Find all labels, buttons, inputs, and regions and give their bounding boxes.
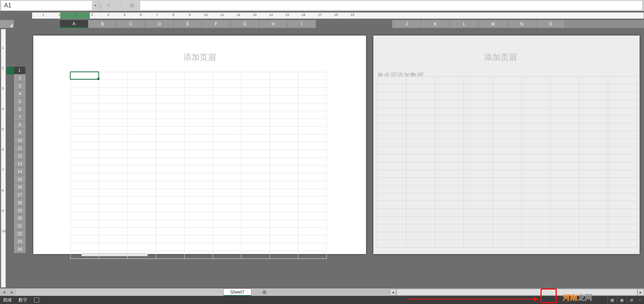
cell[interactable] [435, 232, 464, 240]
cell[interactable] [184, 158, 213, 166]
cell[interactable] [241, 96, 270, 103]
cell[interactable] [464, 240, 493, 248]
cell[interactable] [406, 201, 435, 209]
cell[interactable] [377, 193, 406, 201]
cell[interactable] [156, 88, 184, 96]
cell[interactable] [406, 186, 435, 193]
cell[interactable] [241, 150, 270, 158]
cell[interactable] [493, 154, 522, 162]
cell[interactable] [71, 80, 99, 88]
cell[interactable] [184, 228, 213, 235]
cell[interactable] [579, 100, 608, 108]
cell[interactable] [71, 166, 99, 173]
cell[interactable] [579, 162, 608, 170]
cell[interactable] [406, 154, 435, 162]
cell[interactable] [298, 127, 327, 134]
cell[interactable] [406, 224, 435, 232]
cell[interactable] [184, 142, 213, 150]
cell[interactable] [71, 189, 99, 197]
cell[interactable] [377, 201, 406, 209]
cell[interactable] [377, 131, 406, 139]
cell[interactable] [213, 166, 241, 173]
column-header-D[interactable]: D [145, 20, 174, 28]
cell[interactable] [550, 123, 579, 131]
cell[interactable] [128, 220, 156, 228]
cell[interactable] [270, 158, 298, 166]
cell[interactable] [464, 77, 493, 84]
cell[interactable] [522, 209, 550, 217]
horizontal-ruler[interactable]: 112345678910111213141516171819 [32, 12, 644, 19]
cell[interactable] [71, 103, 99, 111]
row-header-16[interactable]: 16 [14, 183, 26, 191]
cell[interactable] [435, 178, 464, 186]
cell[interactable] [435, 154, 464, 162]
cell[interactable] [156, 173, 184, 181]
cell[interactable] [464, 209, 493, 217]
cell[interactable] [579, 123, 608, 131]
cell[interactable] [213, 96, 241, 103]
name-box-dropdown-icon[interactable]: ▾ [92, 0, 99, 11]
cell[interactable] [579, 224, 608, 232]
cell[interactable] [156, 103, 184, 111]
cell[interactable] [522, 84, 550, 92]
cell[interactable] [377, 217, 406, 224]
cell[interactable] [608, 240, 637, 248]
cell[interactable] [298, 158, 327, 166]
cell[interactable] [579, 139, 608, 147]
cell[interactable] [435, 193, 464, 201]
cell[interactable] [493, 92, 522, 100]
cell[interactable] [377, 224, 406, 232]
cell[interactable] [71, 158, 99, 166]
cell[interactable] [213, 251, 241, 259]
cell[interactable] [128, 158, 156, 166]
cell[interactable] [213, 181, 241, 189]
cell[interactable] [128, 228, 156, 235]
cell[interactable] [71, 72, 99, 80]
cell[interactable] [128, 212, 156, 220]
cell[interactable] [493, 217, 522, 224]
cell[interactable] [128, 80, 156, 88]
cell[interactable] [156, 220, 184, 228]
cell[interactable] [213, 204, 241, 212]
cell[interactable] [406, 116, 435, 123]
cell[interactable] [241, 181, 270, 189]
cell[interactable] [184, 204, 213, 212]
cell[interactable] [298, 243, 327, 251]
cell[interactable] [406, 108, 435, 116]
cell[interactable] [377, 209, 406, 217]
cell[interactable] [213, 127, 241, 134]
cell[interactable] [377, 139, 406, 147]
cell[interactable] [156, 235, 184, 243]
cell[interactable] [156, 127, 184, 134]
cell[interactable] [493, 147, 522, 154]
column-header-J[interactable]: J [392, 20, 421, 28]
cell[interactable] [184, 251, 213, 259]
cell[interactable] [213, 189, 241, 197]
name-box[interactable]: A1 [1, 0, 92, 11]
cell[interactable] [579, 154, 608, 162]
cell[interactable] [464, 186, 493, 193]
row-header-18[interactable]: 18 [14, 199, 26, 207]
cell[interactable] [99, 134, 128, 142]
cell[interactable] [184, 72, 213, 80]
cell[interactable] [377, 162, 406, 170]
cell[interactable] [522, 170, 550, 178]
cell[interactable] [522, 240, 550, 248]
cell[interactable] [550, 116, 579, 123]
cell[interactable] [406, 170, 435, 178]
cell[interactable] [270, 111, 298, 119]
cell[interactable] [213, 119, 241, 127]
cell[interactable] [213, 134, 241, 142]
cell[interactable] [128, 72, 156, 80]
cell[interactable] [579, 209, 608, 217]
sheet-nav-prev-icon[interactable]: ◄ [0, 290, 8, 294]
cell[interactable] [550, 217, 579, 224]
cell[interactable] [99, 72, 128, 80]
cell-grid-page-1[interactable] [70, 72, 327, 259]
cell[interactable] [270, 96, 298, 103]
cell[interactable] [156, 197, 184, 204]
cell[interactable] [156, 243, 184, 251]
cell[interactable] [298, 251, 327, 259]
cell[interactable] [128, 111, 156, 119]
cell[interactable] [156, 204, 184, 212]
